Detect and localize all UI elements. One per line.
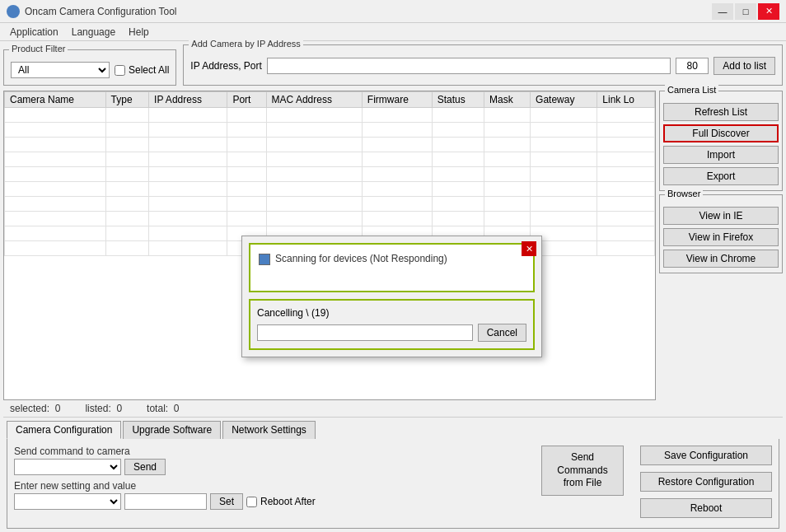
right-col: Save Configuration Restore Configuration…: [640, 446, 772, 521]
scanning-dialog: ✕ Scanning for devices (Not Responding) …: [241, 236, 542, 357]
enter-setting-row: Set Reboot After: [14, 493, 525, 510]
select-all-checkbox[interactable]: [115, 65, 125, 76]
menu-language[interactable]: Language: [65, 25, 122, 40]
send-command-row: Send: [14, 459, 525, 475]
port-input[interactable]: [676, 58, 709, 74]
save-config-button[interactable]: Save Configuration: [640, 446, 772, 465]
reboot-button[interactable]: Reboot: [640, 498, 772, 518]
bottom-section: Camera Configuration Upgrade Software Ne…: [3, 417, 783, 529]
cancel-button[interactable]: Cancel: [478, 324, 526, 342]
close-button[interactable]: ✕: [758, 3, 779, 20]
cancel-box: Cancelling \ (19) Cancel: [249, 299, 535, 350]
top-row: Product Filter All Select All Add Camera…: [3, 44, 783, 86]
send-command-select[interactable]: [14, 459, 121, 475]
minimize-button[interactable]: —: [712, 3, 733, 20]
setting-value-input[interactable]: [124, 493, 207, 510]
select-all-label: Select All: [115, 64, 169, 76]
tab-content-inner: Send command to camera Send Enter new se…: [14, 446, 772, 521]
product-filter-group: Product Filter All Select All: [3, 49, 176, 86]
tab-bar: Camera Configuration Upgrade Software Ne…: [3, 418, 783, 439]
ip-address-input[interactable]: [267, 58, 671, 74]
listed-status: listed: 0: [85, 403, 122, 414]
send-command-label: Send command to camera: [14, 446, 525, 457]
export-button[interactable]: Export: [663, 167, 779, 185]
selected-status: selected: 0: [10, 403, 60, 414]
scanning-text: Scanning for devices (Not Responding): [275, 253, 447, 264]
tab-content: Send command to camera Send Enter new se…: [7, 439, 779, 529]
cancel-row: Cancel: [257, 324, 526, 342]
right-panel: Camera List Refresh List Full Discover I…: [659, 91, 783, 400]
browser-label: Browser: [665, 189, 703, 198]
refresh-list-button[interactable]: Refresh List: [663, 103, 779, 121]
title-bar: Oncam Camera Configuration Tool — □ ✕: [0, 0, 786, 23]
import-button[interactable]: Import: [663, 146, 779, 164]
progress-bar: [257, 324, 473, 341]
ip-port-label: IP Address, Port: [190, 60, 262, 72]
camera-table-wrap[interactable]: Camera Name Type IP Address Port MAC Add…: [3, 91, 656, 400]
center-col: Send Commands from File: [541, 446, 624, 521]
dialog-body: Scanning for devices (Not Responding) Ca…: [242, 236, 541, 357]
status-bar: selected: 0 listed: 0 total: 0: [3, 400, 783, 417]
window-controls: — □ ✕: [712, 3, 779, 20]
left-col: Send command to camera Send Enter new se…: [14, 446, 525, 521]
window-title: Oncam Camera Configuration Tool: [25, 6, 712, 17]
tab-network-settings[interactable]: Network Settings: [222, 421, 316, 439]
main-content: Product Filter All Select All Add Camera…: [0, 41, 786, 532]
reboot-after-label: Reboot After: [246, 496, 316, 507]
camera-list-group: Camera List Refresh List Full Discover I…: [659, 91, 783, 191]
add-camera-label: Add Camera by IP Address: [189, 39, 302, 49]
menu-help[interactable]: Help: [122, 25, 156, 40]
dialog-close-button[interactable]: ✕: [522, 241, 536, 256]
browser-group: Browser View in IE View in Firefox View …: [659, 194, 783, 273]
reboot-after-checkbox[interactable]: [246, 497, 257, 507]
tab-camera-config[interactable]: Camera Configuration: [7, 421, 121, 439]
menu-bar: Application Language Help: [0, 23, 786, 41]
view-chrome-button[interactable]: View in Chrome: [663, 250, 779, 268]
tab-upgrade-software[interactable]: Upgrade Software: [123, 421, 221, 439]
menu-application[interactable]: Application: [3, 25, 65, 40]
table-section: Camera Name Type IP Address Port MAC Add…: [3, 91, 783, 400]
add-camera-group: Add Camera by IP Address IP Address, Por…: [183, 44, 783, 86]
add-to-list-button[interactable]: Add to list: [713, 57, 775, 75]
total-status: total: 0: [147, 403, 179, 414]
cancelling-label: Cancelling \ (19): [257, 307, 526, 319]
camera-list-label: Camera List: [665, 85, 718, 95]
app-icon: [7, 5, 20, 18]
setting-name-select[interactable]: [14, 493, 121, 510]
full-discover-button[interactable]: Full Discover: [663, 124, 779, 142]
send-button[interactable]: Send: [124, 459, 166, 475]
scanning-box: Scanning for devices (Not Responding): [249, 243, 535, 292]
send-commands-file-button[interactable]: Send Commands from File: [541, 446, 624, 496]
enter-setting-label: Enter new setting and value: [14, 480, 525, 492]
restore-config-button[interactable]: Restore Configuration: [640, 472, 772, 492]
view-firefox-button[interactable]: View in Firefox: [663, 228, 779, 246]
dialog-overlay: ✕ Scanning for devices (Not Responding) …: [4, 91, 655, 399]
maximize-button[interactable]: □: [735, 3, 756, 20]
product-filter-label: Product Filter: [9, 44, 68, 54]
scanning-icon: [259, 254, 270, 265]
set-button[interactable]: Set: [210, 493, 243, 510]
product-filter-select[interactable]: All: [11, 62, 110, 78]
view-ie-button[interactable]: View in IE: [663, 207, 779, 225]
